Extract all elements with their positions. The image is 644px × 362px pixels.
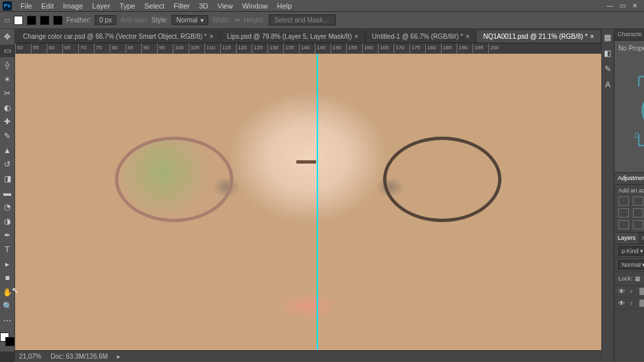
eyedropper-tool-icon[interactable]: ◐ (0, 101, 14, 114)
edit-toolbar-icon[interactable]: ⋯ (0, 314, 14, 327)
blend-mode-select[interactable]: Normal ▾ (618, 260, 644, 269)
canvas[interactable] (15, 54, 601, 350)
menu-image[interactable]: Image (58, 2, 88, 10)
close-icon[interactable]: ✕ (632, 2, 637, 9)
status-bar: 21,07% Doc: 63.3M/126.6M ▸ (15, 350, 601, 362)
lock-transparency-icon[interactable]: ▦ (635, 275, 641, 282)
image-content (15, 54, 601, 350)
doc-size[interactable]: Doc: 63.3M/126.6M (51, 353, 108, 360)
swap-icon: ⇄ (235, 16, 240, 24)
options-bar: ▭ Feather: 0 px Anti-alias Style: Normal… (0, 12, 644, 29)
close-tab-icon[interactable]: × (590, 33, 594, 40)
marquee-tool-icon[interactable]: ▭ (0, 45, 14, 58)
tab-history[interactable]: History (639, 233, 644, 244)
type-tool-icon[interactable]: T (0, 243, 14, 256)
selection-add-icon[interactable] (27, 16, 36, 25)
logo-graphic: D E S I G N (626, 62, 644, 160)
ruler-tick: 190 (457, 43, 467, 53)
pen-tool-icon[interactable]: ✒ (0, 229, 14, 242)
blur-tool-icon[interactable]: ◔ (0, 200, 14, 214)
maximize-icon[interactable]: ▭ (620, 2, 626, 9)
invert-icon[interactable] (618, 220, 629, 229)
document-tab-active[interactable]: NQ1A0011.psd @ 21.1% (RGB/8) *× (476, 30, 601, 43)
quick-select-tool-icon[interactable]: ✶ (0, 73, 14, 86)
menu-type[interactable]: Type (115, 2, 140, 10)
marquee-tool-icon[interactable]: ▭ (4, 16, 10, 24)
ruler-tick: 75 (94, 43, 102, 53)
document-tab[interactable]: Untitled-1 @ 66.7% (RGB/8#) *× (365, 30, 476, 43)
style-select[interactable]: Normal ▾ (172, 15, 208, 25)
feather-input[interactable]: 0 px (95, 15, 116, 25)
right-panels: Characte Paragrap Glyphs Properties Acti… (614, 29, 644, 362)
ruler-tick: 70 (78, 43, 86, 53)
move-tool-icon[interactable]: ✥ (0, 30, 14, 43)
selection-subtract-icon[interactable] (40, 16, 49, 25)
visibility-icon[interactable]: 👁 (618, 300, 626, 307)
swatches-icon[interactable]: ▦ (602, 32, 614, 43)
brushes-icon[interactable]: ✎ (602, 63, 614, 75)
healing-tool-icon[interactable]: ✚ (0, 116, 14, 129)
lasso-tool-icon[interactable]: ⟠ (0, 58, 14, 72)
dodge-tool-icon[interactable]: ◑ (0, 215, 14, 228)
shape-tool-icon[interactable]: ■ (0, 271, 14, 284)
expand-icon[interactable]: › (630, 288, 635, 295)
layer-row[interactable]: 👁 › Group 2 (614, 286, 644, 298)
hue-icon[interactable] (618, 208, 629, 217)
menu-window[interactable]: Window (237, 2, 272, 10)
color-swatches[interactable] (0, 332, 14, 347)
zoom-tool-icon[interactable]: 🔍 (0, 300, 14, 313)
folder-icon (639, 288, 644, 295)
close-tab-icon[interactable]: × (210, 33, 214, 40)
tab-layers[interactable]: Layers (614, 233, 639, 244)
horizontal-ruler[interactable]: 5055606570758085909510010511011512012513… (15, 43, 601, 54)
tab-adjustments[interactable]: Adjustments (614, 173, 644, 184)
eraser-tool-icon[interactable]: ◨ (0, 172, 14, 185)
history-brush-tool-icon[interactable]: ↺ (0, 158, 14, 171)
visibility-icon[interactable]: 👁 (618, 288, 626, 295)
menu-3d[interactable]: 3D (195, 2, 213, 10)
color-balance-icon[interactable] (633, 208, 643, 217)
levels-icon[interactable] (633, 196, 643, 206)
selection-new-icon[interactable] (14, 16, 23, 25)
image-content (296, 160, 316, 164)
zoom-level[interactable]: 21,07% (19, 353, 41, 360)
layer-filter-kind[interactable]: ρ Kind ▾ (618, 246, 644, 256)
stamp-tool-icon[interactable]: ▲ (0, 144, 14, 157)
ruler-tick: 110 (204, 43, 215, 53)
color-icon[interactable]: ◧ (602, 47, 614, 59)
collapsed-panel-strip: ▦ ◧ ✎ A (601, 29, 614, 362)
brush-tool-icon[interactable]: ✎ (0, 129, 14, 143)
status-chevron-icon[interactable]: ▸ (117, 353, 120, 360)
document-tabs: Change color car.psd @ 66.7% (Vector Sma… (15, 29, 601, 43)
gradient-tool-icon[interactable]: ▬ (0, 187, 14, 200)
menu-select[interactable]: Select (140, 2, 170, 10)
menu-layer[interactable]: Layer (87, 2, 115, 10)
select-and-mask-button[interactable]: Select and Mask… (269, 14, 336, 26)
close-tab-icon[interactable]: × (354, 33, 358, 40)
image-content (115, 137, 233, 222)
expand-icon[interactable]: › (630, 300, 635, 307)
document-tab[interactable]: Change color car.psd @ 66.7% (Vector Sma… (16, 30, 221, 43)
menu-view[interactable]: View (213, 2, 238, 10)
menu-edit[interactable]: Edit (37, 2, 58, 10)
brightness-icon[interactable] (618, 196, 629, 206)
tab-character[interactable]: Characte (614, 29, 644, 40)
path-select-tool-icon[interactable]: ▸ (0, 258, 14, 271)
vertical-guide[interactable] (317, 54, 318, 350)
ruler-tick: 150 (331, 43, 341, 53)
document-tab[interactable]: Lips.psd @ 79.8% (Layer 5, Layer Mask/8)… (221, 30, 366, 43)
hand-tool-icon[interactable]: ✋ (0, 286, 14, 299)
menu-file[interactable]: File (16, 2, 37, 10)
selection-intersect-icon[interactable] (53, 16, 62, 25)
menu-filter[interactable]: Filter (169, 2, 194, 10)
minimize-icon[interactable]: — (607, 2, 613, 9)
quick-mask-icon[interactable] (0, 351, 14, 362)
panel-icon[interactable]: A (602, 79, 614, 91)
menu-help[interactable]: Help (273, 2, 297, 10)
ruler-tick: 135 (283, 43, 294, 53)
close-tab-icon[interactable]: × (466, 33, 470, 40)
posterize-icon[interactable] (633, 220, 643, 229)
crop-tool-icon[interactable]: ✂ (0, 87, 14, 100)
layer-row[interactable]: 👁 › Group 1 (614, 298, 644, 309)
ruler-tick: 80 (110, 43, 118, 53)
